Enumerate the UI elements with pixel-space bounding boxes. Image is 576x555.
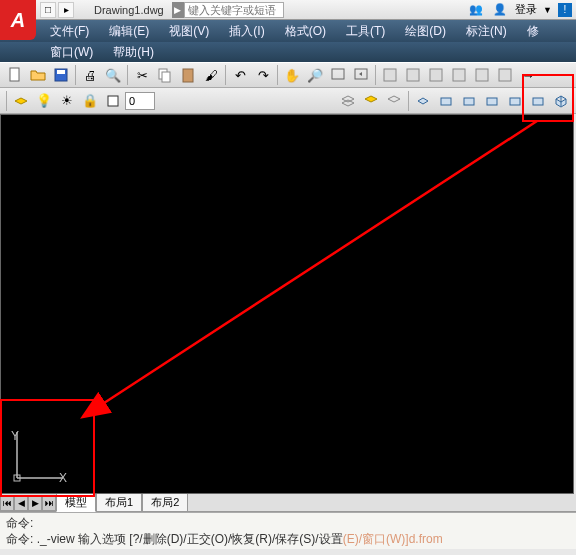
properties-icon[interactable] [379,64,401,86]
layer-prop-icon[interactable] [10,90,32,112]
svg-rect-5 [183,69,193,82]
tab-layout1[interactable]: 布局1 [96,493,142,512]
markup-icon[interactable] [471,64,493,86]
separator [277,65,278,85]
svg-rect-9 [407,69,419,81]
svg-rect-18 [510,98,520,105]
menubar: 文件(F) 编辑(E) 视图(V) 插入(I) 格式(O) 工具(T) 绘图(D… [0,20,576,42]
view-left-icon[interactable] [458,90,480,112]
layer-uniso-icon[interactable] [360,90,382,112]
tab-prev-icon[interactable]: ◀ [14,495,28,511]
menu-tools[interactable]: 工具(T) [338,21,393,42]
svg-rect-14 [108,96,118,106]
designcenter-icon[interactable] [402,64,424,86]
pan-icon[interactable]: ✋ [281,64,303,86]
cut-icon[interactable]: ✂ [131,64,153,86]
menu-modify[interactable]: 修 [519,21,547,42]
layer-combo[interactable]: 0 [125,92,155,110]
drawing-canvas[interactable]: Y X [0,114,574,494]
svg-rect-19 [533,98,543,105]
view-bottom-icon[interactable] [435,90,457,112]
svg-rect-11 [453,69,465,81]
signin-icon[interactable]: 👤 [491,2,509,18]
save-icon[interactable] [50,64,72,86]
tab-first-icon[interactable]: ⏮ [0,495,14,511]
zoom-icon[interactable]: 🔎 [304,64,326,86]
toolpalette-icon[interactable] [425,64,447,86]
new-icon[interactable]: □ [40,2,56,18]
alert-icon[interactable]: ! [558,3,572,17]
titlebar: □ ▸ Drawing1.dwg ▶ 👥 👤 登录 ▼ ! [0,0,576,20]
menubar-row2: 窗口(W) 帮助(H) [0,42,576,62]
infocenter-icon[interactable]: 👥 [467,2,485,18]
view-back-icon[interactable] [527,90,549,112]
tab-model[interactable]: 模型 [56,493,96,512]
svg-rect-10 [430,69,442,81]
color-icon[interactable] [102,90,124,112]
svg-rect-6 [332,69,344,79]
separator [375,65,376,85]
sun-icon[interactable]: ☀ [56,90,78,112]
search-wrap: ▶ [172,2,284,18]
undo-icon[interactable]: ↶ [229,64,251,86]
menu-window[interactable]: 窗口(W) [42,42,101,63]
separator [127,65,128,85]
view-swiso-icon[interactable] [550,90,572,112]
menu-file[interactable]: 文件(F) [42,21,97,42]
tab-next-icon[interactable]: ▶ [28,495,42,511]
layout-tabs: ⏮ ◀ ▶ ⏭ 模型 布局1 布局2 [0,494,576,512]
toolbar-standard: 🖨 🔍 ✂ 🖌 ↶ ↷ ✋ 🔎 → [0,62,576,88]
sheetset-icon[interactable] [448,64,470,86]
annotation-arrow [1,115,575,495]
layer-prev-icon[interactable] [383,90,405,112]
plot-icon[interactable]: 🖨 [79,64,101,86]
menu-help[interactable]: 帮助(H) [105,42,162,63]
svg-rect-13 [499,69,511,81]
open-file-icon[interactable] [27,64,49,86]
svg-rect-2 [57,70,65,74]
svg-rect-16 [464,98,474,105]
view-front-icon[interactable] [504,90,526,112]
separator [408,91,409,111]
command-area[interactable]: 命令: 命令: ._-view 输入选项 [?/删除(D)/正交(O)/恢复(R… [0,512,576,549]
arrow-right-icon[interactable]: → [517,64,539,86]
svg-rect-12 [476,69,488,81]
app-logo[interactable]: A [0,0,36,40]
copy-icon[interactable] [154,64,176,86]
menu-draw[interactable]: 绘图(D) [397,21,454,42]
redo-icon[interactable]: ↷ [252,64,274,86]
watermark-text: (E)/窗口(W)]d.from [343,532,443,546]
separator [75,65,76,85]
view-top-icon[interactable] [412,90,434,112]
bulb-icon[interactable]: 💡 [33,90,55,112]
view-right-icon[interactable] [481,90,503,112]
tab-layout2[interactable]: 布局2 [142,493,188,512]
svg-rect-0 [10,68,19,81]
layer-iso-icon[interactable] [337,90,359,112]
svg-line-20 [101,121,537,405]
svg-rect-17 [487,98,497,105]
dropdown-icon[interactable]: ▼ [543,5,552,15]
separator [6,91,7,111]
login-link[interactable]: 登录 [515,2,537,17]
quick-access-toolbar: □ ▸ [40,2,74,18]
paste-icon[interactable] [177,64,199,86]
menu-view[interactable]: 视图(V) [161,21,217,42]
zoom-window-icon[interactable] [327,64,349,86]
menu-format[interactable]: 格式(O) [277,21,334,42]
search-input[interactable] [184,2,284,18]
menu-dimension[interactable]: 标注(N) [458,21,515,42]
command-line-1: 命令: [6,515,570,531]
menu-insert[interactable]: 插入(I) [221,21,272,42]
preview-icon[interactable]: 🔍 [102,64,124,86]
zoom-prev-icon[interactable] [350,64,372,86]
menu-edit[interactable]: 编辑(E) [101,21,157,42]
quickcalc-icon[interactable] [494,64,516,86]
open-icon[interactable]: ▸ [58,2,74,18]
lock-icon[interactable]: 🔒 [79,90,101,112]
svg-rect-15 [441,98,451,105]
tab-last-icon[interactable]: ⏭ [42,495,56,511]
match-icon[interactable]: 🖌 [200,64,222,86]
command-line-2: 命令: ._-view 输入选项 [?/删除(D)/正交(O)/恢复(R)/保存… [6,531,570,547]
new-file-icon[interactable] [4,64,26,86]
